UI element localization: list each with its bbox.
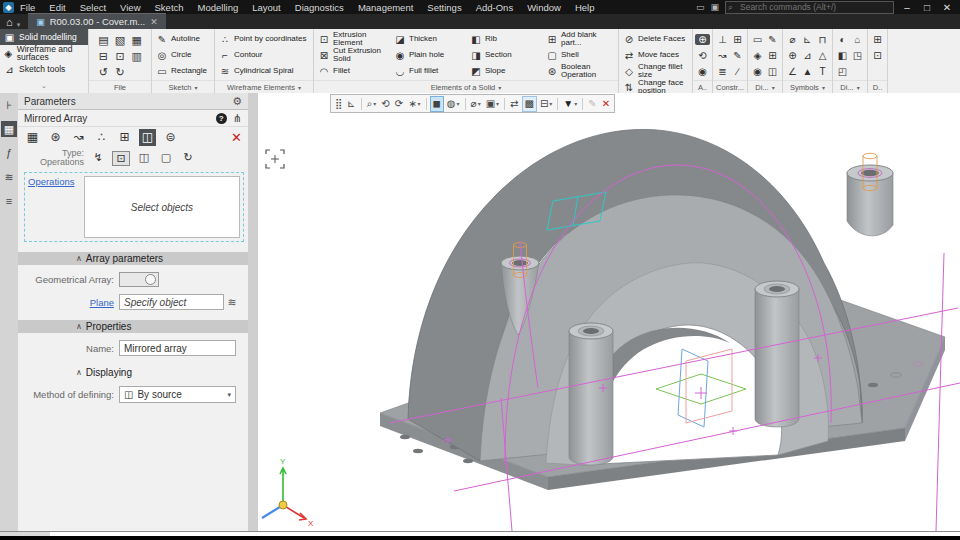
edit-tool-icon[interactable]: ✎ <box>586 97 598 111</box>
structure-icon[interactable]: ⋔ <box>233 112 242 125</box>
delete-faces-button[interactable]: ⊘Delete Faces <box>619 31 692 47</box>
section-displaying[interactable]: ∧ Displaying <box>18 366 248 379</box>
list-icon[interactable]: ≡ <box>1 193 17 209</box>
help-icon[interactable]: ? <box>216 113 227 124</box>
orbit-tool-icon[interactable]: ⟲ <box>379 97 391 111</box>
workplane-icon[interactable]: ⊥ <box>715 34 730 45</box>
menu-sketch[interactable]: Sketch <box>155 2 184 13</box>
clip-plane-icon[interactable]: ▣▾ <box>484 97 501 111</box>
chevron-down-icon[interactable]: ▾ <box>822 84 825 91</box>
circular-array-icon[interactable]: ⊛ <box>47 129 64 146</box>
workplane-tool-icon[interactable]: ⊾ <box>345 97 357 111</box>
layout-window-icon[interactable]: ▭ <box>696 2 705 12</box>
detail-view-icon[interactable]: ◧ <box>835 50 850 61</box>
operations-link[interactable]: Operations <box>28 176 84 238</box>
type-rebuild-icon[interactable]: ↻ <box>180 151 196 166</box>
leader-icon[interactable]: ◈ <box>750 50 765 61</box>
angle-icon[interactable]: ∠ <box>785 66 800 77</box>
thicken-button[interactable]: ◪Thicken <box>390 31 466 47</box>
new-document-icon[interactable]: ▤ <box>98 34 108 47</box>
move-faces-button[interactable]: ⇄Move faces <box>619 47 692 63</box>
fragment-icon[interactable]: ◳ <box>850 50 865 61</box>
radial-dim-icon[interactable]: ◉ <box>750 66 765 77</box>
menu-help[interactable]: Help <box>575 2 595 13</box>
zoom-tool-icon[interactable]: ⌕▾ <box>365 97 379 111</box>
fit-view-icon[interactable]: ⇄ <box>508 97 520 111</box>
measure-icon[interactable]: ◉ <box>695 66 710 77</box>
slope-button[interactable]: ◩Slope <box>466 63 542 79</box>
rib-button[interactable]: ◧Rib <box>466 31 542 47</box>
mirrored-array-icon[interactable]: ◫ <box>139 129 156 146</box>
boss-front-left[interactable] <box>569 323 613 465</box>
wireframe-mode-icon[interactable]: ◍▾ <box>445 97 462 111</box>
array-along-path-icon[interactable]: ↝ <box>70 129 87 146</box>
geometrical-array-toggle[interactable] <box>119 272 159 287</box>
hide-objects-icon[interactable]: ⌀▾ <box>469 97 483 111</box>
menu-edit[interactable]: Edit <box>49 2 65 13</box>
shell-button[interactable]: ▢Shell <box>542 47 618 63</box>
search-input[interactable] <box>725 1 894 14</box>
section-properties[interactable]: ∧ Properties <box>18 320 248 333</box>
mode-wireframe-surfaces[interactable]: ◈Wireframe and surfaces <box>0 45 88 61</box>
section-view-icon[interactable]: ◐ <box>835 34 850 45</box>
boolean-operation-button[interactable]: ⊛Boolean Operation <box>542 63 618 79</box>
structure-tree-icon[interactable]: ⊦ <box>1 97 17 113</box>
menu-layout[interactable]: Layout <box>252 2 281 13</box>
screen-window-icon[interactable]: ▣ <box>710 2 719 12</box>
save-as-icon[interactable]: ▥ <box>131 50 141 63</box>
type-body-icon[interactable]: ▢ <box>158 151 174 166</box>
type-operation-icon[interactable]: ⊡ <box>112 151 130 166</box>
model-canvas[interactable]: Y X <box>258 93 960 531</box>
dimension-icon[interactable]: ▭ <box>750 34 765 45</box>
chevron-down-icon[interactable]: ▾ <box>194 84 197 91</box>
menu-modelling[interactable]: Modelling <box>198 2 239 13</box>
menu-select[interactable]: Select <box>80 2 106 13</box>
chevron-down-icon[interactable]: ▾ <box>857 84 860 91</box>
sketch-line-icon[interactable]: ✎ <box>730 50 745 61</box>
functions-icon[interactable]: ƒ <box>1 145 17 161</box>
close-button[interactable]: ✕ <box>940 2 954 13</box>
taper-icon[interactable]: △ <box>815 50 830 61</box>
page-icon[interactable]: ⊡ <box>870 50 885 61</box>
menu-management[interactable]: Management <box>358 2 413 13</box>
cylindrical-spiral-button[interactable]: ≋Cylindrical Spiral <box>215 63 313 79</box>
grid-icon[interactable]: ⊞ <box>730 34 745 45</box>
plane-picker-icon[interactable]: ≋ <box>224 296 240 309</box>
weld-icon[interactable]: ⊓ <box>815 34 830 45</box>
section-array-parameters[interactable]: ∧ Array parameters <box>18 252 248 265</box>
drag-grip[interactable]: ⣿ <box>333 97 344 111</box>
box-select-icon[interactable]: ▩ <box>522 96 537 112</box>
flag-icon[interactable]: ▲ <box>800 66 815 77</box>
triad-tool-icon[interactable]: ∗▾ <box>406 97 422 111</box>
save-icon[interactable]: ▦ <box>131 34 141 47</box>
projection-icon[interactable]: ◰ <box>835 66 850 77</box>
open-document-icon[interactable]: ▧ <box>115 34 125 47</box>
tolerance-icon[interactable]: ⊕ <box>785 50 800 61</box>
divider-icon[interactable]: ∕ <box>730 66 745 77</box>
point-by-coordinates-button[interactable]: ∴Point by coordinates <box>215 31 313 47</box>
roughness-icon[interactable]: ⊿ <box>800 50 815 61</box>
menu-settings[interactable]: Settings <box>427 2 461 13</box>
text-icon[interactable]: T <box>815 66 830 77</box>
rectangle-button[interactable]: ▭Rectangle <box>152 63 214 79</box>
chevron-down-icon[interactable]: ▾ <box>498 84 501 91</box>
type-copy-icon[interactable]: ◫ <box>136 151 152 166</box>
parametric-array-icon[interactable]: ⊜ <box>162 129 179 146</box>
lcs-icon[interactable]: ≣ <box>715 66 730 77</box>
maximize-button[interactable]: □ <box>920 2 934 13</box>
mode-sketch-tools[interactable]: ⊿Sketch tools <box>0 61 88 77</box>
gear-icon[interactable]: ⚙ <box>232 95 242 108</box>
select-objects-field[interactable]: Select objects <box>84 176 240 238</box>
3d-viewport[interactable]: ⣿⊾⌕▾⟲⟳∗▾◼◍▾⌀▾▣▾⇄▩⊟▾▼▾✎✕ <box>258 93 960 531</box>
cancel-icon[interactable]: ✕ <box>231 130 242 145</box>
move-body-icon[interactable]: ⊕ <box>695 34 710 45</box>
menu-diagnostics[interactable]: Diagnostics <box>295 2 344 13</box>
array-by-table-icon[interactable]: ⊞ <box>116 129 133 146</box>
linear-array-icon[interactable]: ▦ <box>24 129 41 146</box>
plane-link[interactable]: Plane <box>90 297 114 308</box>
chevron-down-icon[interactable]: ▾ <box>772 84 775 91</box>
filter-icon[interactable]: ▼▾ <box>561 97 579 111</box>
home-dropdown-icon[interactable]: ▾ <box>17 21 29 29</box>
note-icon[interactable]: ✎ <box>765 34 780 45</box>
undo-icon[interactable]: ↺ <box>99 66 108 79</box>
